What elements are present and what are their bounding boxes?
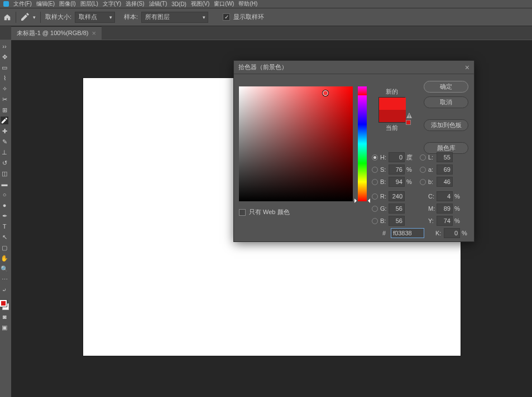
menu-layer[interactable]: 图层(L) <box>79 0 100 8</box>
marquee-tool-icon[interactable]: ▭ <box>1 64 8 71</box>
l-label: L: <box>428 154 437 161</box>
a-input[interactable] <box>437 164 453 175</box>
menu-3d[interactable]: 3D(D) <box>170 1 188 8</box>
dialog-body: 新的 当前 确定 取消 添加到色板 颜色库 H: 度 <box>234 74 474 241</box>
hand-tool-icon[interactable]: ✋ <box>1 254 8 262</box>
l-radio[interactable] <box>420 154 426 161</box>
zoom-tool-icon[interactable]: 🔍 <box>1 265 8 273</box>
close-icon[interactable]: × <box>465 63 469 72</box>
show-ring-checkbox[interactable] <box>223 13 230 21</box>
blur-tool-icon[interactable]: ○ <box>1 191 8 198</box>
b2-label: b: <box>428 178 437 185</box>
c-input[interactable] <box>437 191 453 201</box>
edit-toolbar-icon[interactable]: ⋯ <box>1 275 8 283</box>
b-label: B: <box>380 217 389 224</box>
foreground-color-well[interactable] <box>0 300 7 307</box>
type-tool-icon[interactable]: T <box>1 222 8 230</box>
pen-tool-icon[interactable]: ✒ <box>1 212 8 220</box>
screen-mode-icon[interactable]: ▣ <box>1 323 8 331</box>
expand-handle-icon[interactable]: ›› <box>1 42 8 50</box>
sample-size-dropdown[interactable]: 取样点 <box>75 12 115 23</box>
b2-input[interactable] <box>437 177 453 187</box>
m-input[interactable] <box>437 204 453 214</box>
gamut-nearest-swatch[interactable] <box>406 120 411 125</box>
r-radio[interactable] <box>372 193 378 200</box>
l-input[interactable] <box>437 152 453 162</box>
color-fields: H: 度 L: S: % a: B: % <box>372 151 469 239</box>
saturation-value-field[interactable] <box>239 86 353 201</box>
hex-input[interactable] <box>391 228 424 238</box>
menu-type[interactable]: 文字(Y) <box>101 0 123 8</box>
chevron-down-icon[interactable]: ▾ <box>33 14 36 20</box>
m-unit: % <box>454 205 462 212</box>
web-only-checkbox[interactable] <box>239 209 246 216</box>
app-logo-icon <box>3 1 9 7</box>
b2-radio[interactable] <box>420 179 426 185</box>
quick-select-tool-icon[interactable]: ✧ <box>1 85 8 93</box>
menu-edit[interactable]: 编辑(E) <box>35 0 56 8</box>
path-select-tool-icon[interactable]: ↖ <box>1 233 8 241</box>
menu-window[interactable]: 窗口(W) <box>212 0 236 8</box>
new-color-swatch <box>379 98 406 110</box>
s-input[interactable] <box>389 164 405 175</box>
y-label: Y: <box>428 217 437 224</box>
document-tab[interactable]: 未标题-1 @ 100%(RGB/8) × <box>11 26 102 40</box>
history-brush-tool-icon[interactable]: ↺ <box>1 159 8 167</box>
shape-tool-icon[interactable]: ▢ <box>1 244 8 251</box>
close-icon[interactable]: × <box>92 29 97 37</box>
lasso-tool-icon[interactable]: ⌇ <box>1 74 8 82</box>
quick-mask-icon[interactable]: ◙ <box>1 313 8 321</box>
dialog-titlebar[interactable]: 拾色器（前景色） × <box>234 61 474 74</box>
menu-file[interactable]: 文件(F) <box>12 0 33 8</box>
gamut-warning-icon[interactable] <box>406 112 413 119</box>
crop-tool-icon[interactable]: ✂ <box>1 95 8 103</box>
h-unit: 度 <box>406 153 414 162</box>
b-radio[interactable] <box>372 218 378 224</box>
sv-cursor[interactable] <box>323 90 328 96</box>
hue-slider[interactable] <box>358 86 367 201</box>
y-unit: % <box>454 217 462 224</box>
sample-dropdown[interactable]: 所有图层 <box>141 12 208 23</box>
separator <box>16 12 16 23</box>
h-radio[interactable] <box>372 154 378 161</box>
brush-tool-icon[interactable]: ✎ <box>1 138 8 146</box>
separator <box>40 12 41 23</box>
menu-help[interactable]: 帮助(H) <box>237 0 259 8</box>
k-input[interactable] <box>444 228 460 238</box>
move-tool-icon[interactable]: ✥ <box>1 53 8 61</box>
r-input[interactable] <box>389 191 405 201</box>
g-radio[interactable] <box>372 206 378 212</box>
s-radio[interactable] <box>372 167 378 173</box>
home-icon[interactable] <box>3 13 11 21</box>
add-swatch-button[interactable]: 添加到色板 <box>424 119 468 131</box>
healing-tool-icon[interactable]: ✚ <box>1 127 8 135</box>
bv-radio[interactable] <box>372 179 378 185</box>
g-input[interactable] <box>389 204 405 214</box>
hue-arrow-left-icon <box>354 198 359 203</box>
ok-button[interactable]: 确定 <box>424 81 468 93</box>
menu-image[interactable]: 图像(I) <box>57 0 77 8</box>
b-input[interactable] <box>389 216 405 226</box>
dodge-tool-icon[interactable]: ● <box>1 201 8 209</box>
cancel-button[interactable]: 取消 <box>424 96 468 108</box>
gradient-tool-icon[interactable]: ▬ <box>1 180 8 188</box>
eyedropper-tool-icon[interactable] <box>21 12 30 22</box>
bv-input[interactable] <box>389 177 405 187</box>
dialog-buttons: 确定 取消 添加到色板 颜色库 <box>424 81 468 154</box>
c-unit: % <box>454 193 462 200</box>
a-label: a: <box>428 166 437 173</box>
eyedropper-tool-icon[interactable] <box>1 117 8 124</box>
s-unit: % <box>406 166 414 173</box>
svg-rect-0 <box>409 114 409 117</box>
h-input[interactable] <box>389 152 405 162</box>
swap-colors-icon[interactable]: ⤾ <box>1 286 8 294</box>
a-radio[interactable] <box>420 167 426 173</box>
frame-tool-icon[interactable]: ⊞ <box>1 106 8 114</box>
y-input[interactable] <box>437 216 453 226</box>
eraser-tool-icon[interactable]: ◫ <box>1 170 8 177</box>
stamp-tool-icon[interactable]: ⊥ <box>1 148 8 156</box>
menu-filter[interactable]: 滤镜(T) <box>147 0 169 8</box>
menu-view[interactable]: 视图(V) <box>189 0 211 8</box>
menu-select[interactable]: 选择(S) <box>124 0 146 8</box>
k-unit: % <box>462 230 469 236</box>
